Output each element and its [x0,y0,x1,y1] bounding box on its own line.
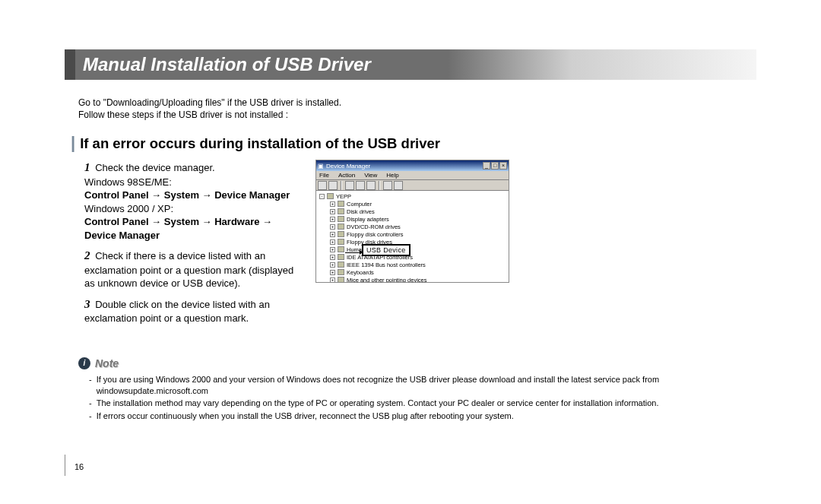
tree-label: Keyboards [347,269,374,276]
dm-tree[interactable]: -YEPP+Computer+Disk drives+Display adapt… [316,191,509,282]
expand-icon[interactable]: + [330,201,335,207]
tree-label: Display adapters [347,216,389,223]
device-node-icon [338,246,344,252]
tree-row[interactable]: +IDE ATA/ATAPI controllers [319,253,506,261]
menu-view[interactable]: View [364,172,377,179]
device-node-icon [338,262,344,268]
toolbar-button[interactable] [366,181,376,190]
tree-row[interactable]: +DVD/CD-ROM drives [319,223,506,230]
tree-row[interactable]: +Keyboards [319,268,506,276]
expand-icon[interactable]: + [330,232,335,237]
note-item: -If you are using Windows 2000 and your … [89,374,756,398]
menu-file[interactable]: File [319,172,329,179]
intro-line2: Follow these steps if the USB driver is … [78,109,756,121]
usb-device-callout: USB Device [362,244,410,256]
step-1-num: 1 [84,161,90,173]
device-node-icon [327,193,334,199]
note-text: If you are using Windows 2000 and your v… [97,374,756,398]
toolbar-button[interactable] [318,181,327,190]
expand-icon[interactable]: + [330,217,335,222]
toolbar-sep [341,181,342,190]
note-list: -If you are using Windows 2000 and your … [89,374,756,423]
page-title: Manual Installation of USB Driver [75,49,448,80]
note-item: -If errors occur continuously when you i… [89,410,756,422]
tree-row[interactable]: +Floppy disk drives [319,238,506,246]
section-marker: | [71,135,75,151]
step-2: 2 Check if there is a device listed with… [84,248,297,290]
toolbar-button[interactable] [394,181,403,190]
tree-label: Floppy disk controllers [347,231,404,238]
step-1: 1 Check the device manager. Windows 98SE… [84,160,297,242]
device-node-icon [338,216,344,222]
steps-block: 1 Check the device manager. Windows 98SE… [84,160,297,331]
note-text: If errors occur continuously when you in… [97,410,514,422]
note-label: Note [95,357,119,369]
tree-label: IEEE 1394 Bus host controllers [347,262,426,268]
section-header: | If an error occurs during installation… [71,135,756,152]
expand-icon[interactable]: + [330,262,335,268]
step-1-path2a: Control Panel → System → Hardware → [84,216,272,227]
note-icon: i [78,357,90,369]
expand-icon[interactable]: + [330,247,335,252]
device-manager-window: ▣ Device Manager _ □ × File Action View … [315,160,509,283]
title-accent [65,49,75,80]
toolbar-button[interactable] [356,181,365,190]
tree-row[interactable]: +Computer [319,200,506,208]
device-node-icon [338,208,344,214]
step-2-text: Check if there is a device listed with a… [84,250,293,289]
toolbar-button[interactable] [328,181,338,190]
expand-icon[interactable]: + [330,224,335,230]
step-1-path1: Control Panel → System → Device Manager [84,189,290,201]
note-section: i Note -If you are using Windows 2000 an… [78,357,756,423]
tree-row[interactable]: +Disk drives [319,208,506,215]
expand-icon[interactable]: + [330,270,335,275]
device-node-icon [338,277,344,282]
step-3-num: 3 [84,298,90,310]
intro-block: Go to "Downloading/Uploading files" if t… [78,97,756,121]
page-number: 16 [74,462,84,471]
dm-title-icon: ▣ [318,163,324,170]
tree-row[interactable]: +Floppy disk controllers [319,230,506,238]
toolbar-button[interactable] [345,181,354,190]
expand-icon[interactable]: + [330,209,335,214]
step-2-num: 2 [84,249,90,262]
tree-row[interactable]: +Mice and other pointing devices [319,276,506,282]
minimize-icon[interactable]: _ [483,162,490,170]
tree-row[interactable]: +IEEE 1394 Bus host controllers [319,261,506,268]
expand-icon[interactable]: + [330,239,335,245]
step-3-text: Double click on the device listed with a… [84,299,270,324]
device-node-icon [338,239,344,245]
dm-toolbar [316,180,509,191]
bullet-dash: - [89,398,92,409]
close-icon[interactable]: × [499,162,507,170]
menu-help[interactable]: Help [386,172,398,179]
maximize-icon[interactable]: □ [491,162,499,170]
tree-label: Disk drives [347,208,375,215]
device-node-icon [338,254,344,260]
device-node-icon [338,231,344,237]
dm-menubar: File Action View Help [316,171,509,180]
device-node-icon [338,223,344,230]
expand-icon[interactable]: - [319,194,325,199]
section-title: If an error occurs during installation o… [80,135,440,152]
step-1-os1: Windows 98SE/ME: [84,176,172,188]
step-1-text: Check the device manager. [95,162,215,173]
tree-row[interactable]: -YEPP [319,192,506,200]
expand-icon[interactable]: + [330,255,335,260]
step-1-path2b: Device Manager [84,230,160,241]
note-text: The installation method may vary dependi… [97,398,659,409]
step-1-os2: Windows 2000 / XP: [84,203,173,214]
menu-action[interactable]: Action [338,172,355,179]
expand-icon[interactable]: + [330,277,335,283]
dm-title-text: Device Manager [326,163,370,170]
title-fade [448,49,756,80]
tree-label: Computer [347,201,372,208]
device-node-icon [338,269,344,275]
title-bar: Manual Installation of USB Driver [65,49,756,80]
toolbar-button[interactable] [383,181,392,190]
tree-label: DVD/CD-ROM drives [347,223,401,230]
note-header: i Note [78,357,756,369]
tree-row[interactable]: +Display adapters [319,215,506,223]
note-item: -The installation method may vary depend… [89,398,756,409]
intro-line1: Go to "Downloading/Uploading files" if t… [78,97,756,109]
